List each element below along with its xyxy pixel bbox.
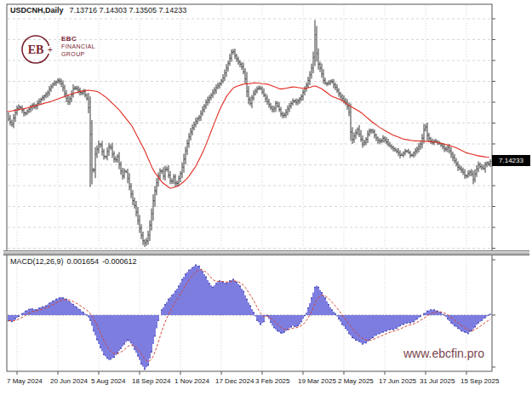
time-axis-label: 18 Sep 2024: [132, 377, 170, 385]
panel-splitter[interactable]: [3, 250, 529, 255]
time-axis[interactable]: 7 May 202420 Jun 20245 Aug 202418 Sep 20…: [0, 372, 532, 396]
logo-line3: GROUP: [61, 50, 95, 58]
time-axis-label: 2 May 2025: [338, 377, 374, 385]
time-axis-label: 7 May 2024: [7, 377, 43, 385]
time-axis-label: 17 Jun 2025: [379, 377, 416, 385]
ebc-logo-text: EBC FINANCIAL GROUP: [61, 35, 95, 58]
macd-signal-value: -0.000612: [102, 257, 137, 266]
ebc-logo: EB + EBC FINANCIAL GROUP: [17, 31, 119, 70]
chart-title: USDCNH,Daily7.13716 7.14303 7.13505 7.14…: [10, 6, 186, 14]
macd-indicator-label: MACD(12,26,9)0.001654-0.000612: [10, 257, 140, 266]
price-axis[interactable]: 7.430557.388057.345557.303057.260557.218…: [492, 0, 532, 372]
time-axis-label: 15 Sep 2025: [460, 377, 499, 385]
macd-main-value: 0.001654: [67, 257, 100, 266]
time-axis-label: 17 Dec 2024: [215, 377, 254, 385]
logo-line1: EBC: [61, 35, 95, 43]
time-axis-label: 19 Mar 2025: [298, 377, 336, 385]
svg-text:EB: EB: [28, 43, 44, 56]
logo-line2: FINANCIAL: [61, 43, 95, 50]
symbol-period-label: USDCNH,Daily: [10, 6, 64, 14]
chart-window: { "header": { "symbol": "USDCNH,Daily", …: [0, 0, 532, 396]
ebc-logo-icon: EB +: [17, 31, 61, 70]
macd-name: MACD(12,26,9): [10, 257, 64, 266]
current-price-tag: 7.14233: [492, 155, 530, 166]
time-axis-label: 1 Nov 2024: [174, 377, 209, 385]
ohlc-values: 7.13716 7.14303 7.13505 7.14233: [70, 6, 187, 14]
svg-text:+: +: [48, 45, 53, 55]
time-axis-label: 5 Aug 2024: [91, 377, 125, 385]
time-axis-label: 3 Feb 2025: [255, 377, 289, 385]
broker-watermark: www.ebcfin.pro: [403, 347, 484, 360]
time-axis-label: 31 Jul 2025: [420, 377, 455, 385]
time-axis-label: 20 Jun 2024: [50, 377, 88, 385]
